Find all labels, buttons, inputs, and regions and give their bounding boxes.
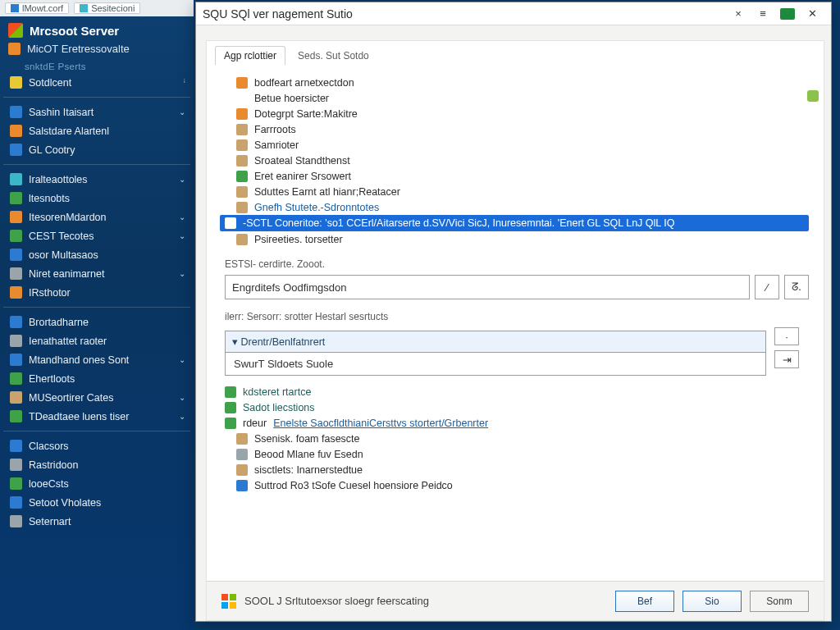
- list-item[interactable]: Dotegrpt Sarte:Makitre: [225, 106, 809, 121]
- chevron-down-icon: ⌄: [179, 212, 185, 221]
- tab-settings[interactable]: Seds. Sut Sotdo: [289, 46, 378, 65]
- list-item[interactable]: Beood Mlane fuv Esedn: [225, 446, 809, 462]
- titlebar-min-icon[interactable]: ×: [726, 5, 751, 23]
- action-link[interactable]: kdsteret rtartce: [225, 384, 809, 399]
- action-link-label: kdsteret rtartce: [243, 386, 311, 398]
- window-title: SQU SQl ver nagement Sutio: [203, 7, 353, 21]
- sidebar-item[interactable]: ltesnobts: [0, 189, 194, 208]
- sidebar-item[interactable]: GL Cootry: [0, 140, 194, 159]
- list-item-label: Suttrod Ro3 tSofe Cuesel hoensiore Peidc…: [254, 480, 453, 491]
- sidebar-item-label: ltesnobts: [29, 193, 70, 204]
- item-icon: [236, 77, 248, 89]
- deep-link-row[interactable]: rdeur Enelste SaocfldthianiCersttvs stor…: [225, 415, 809, 431]
- sidebar-item[interactable]: Setoot Vholates: [0, 493, 194, 512]
- sidebar-item[interactable]: Clacsors: [0, 436, 194, 455]
- pill-icon: [11, 4, 19, 12]
- list-item[interactable]: Suttrod Ro3 tSofe Cuesel hoensiore Peidc…: [225, 477, 809, 493]
- close-icon[interactable]: ✕: [800, 5, 824, 23]
- list-item[interactable]: Betue hoersicter: [225, 90, 809, 106]
- sidebar-item[interactable]: Seternart: [0, 512, 194, 531]
- list-item[interactable]: Farrroots: [225, 121, 809, 137]
- caret-icon: ⁱ: [184, 78, 185, 87]
- list-action-2[interactable]: ⇥: [774, 350, 799, 368]
- sidebar-item-icon: [10, 335, 22, 347]
- sidebar-item[interactable]: Mtandhand ones Sont ⌄: [0, 350, 194, 369]
- list-item-label: bodfeart arnetxectdon: [254, 77, 354, 89]
- sidebar-item-icon: [10, 410, 22, 422]
- edit-button[interactable]: ∕: [755, 275, 779, 299]
- sidebar-item[interactable]: Brortadharne: [0, 313, 194, 331]
- sidebar-item[interactable]: Iralteaottoles ⌄: [0, 170, 194, 189]
- sidebar-item-label: ItesorenMdardon: [29, 212, 107, 223]
- list-item[interactable]: Psireeties. torsetter: [225, 231, 809, 247]
- item-icon: [236, 171, 248, 182]
- tab-app[interactable]: Agp rclottier: [215, 46, 285, 65]
- deep-link-text[interactable]: Enelste SaocfldthianiCersttvs stortert/G…: [273, 418, 488, 429]
- sidebar-item-icon: [10, 316, 22, 328]
- next-button[interactable]: Sio: [682, 591, 742, 612]
- cancel-button[interactable]: Sonm: [750, 591, 809, 612]
- os-pill-left[interactable]: lMowt.corf: [5, 2, 69, 14]
- os-pill-right[interactable]: Sesitecioni: [74, 2, 140, 14]
- list-header[interactable]: ▾ Drentr/Benlfatnrert: [225, 331, 766, 353]
- sidebar-item-label: Seternart: [29, 516, 71, 527]
- list-header-marker: ▾: [232, 336, 240, 348]
- sidebar-separator: [3, 97, 190, 98]
- item-icon: [236, 464, 248, 476]
- list-item[interactable]: Samrioter: [225, 137, 809, 153]
- item-icon: [236, 449, 248, 460]
- selected-connection-row[interactable]: -SCTL Coneritoe: 'so1 CCErl/Aitarserte d…: [220, 215, 809, 231]
- list-item-label: Samrioter: [254, 139, 299, 151]
- sidebar-item[interactable]: Salstdare Alartenl: [0, 121, 194, 140]
- sidebar-item-label: Ienathattet raoter: [29, 336, 107, 347]
- back-button[interactable]: Bef: [615, 591, 674, 612]
- sidebar-separator: [3, 164, 190, 165]
- sidebar-item[interactable]: IRsthotor: [0, 283, 194, 302]
- list-item-label: Beood Mlane fuv Esedn: [254, 449, 363, 460]
- sidebar-item[interactable]: Rastridoon: [0, 455, 194, 474]
- item-icon: [236, 155, 248, 167]
- sidebar-item[interactable]: Ehertloots: [0, 369, 194, 388]
- sidebar-item[interactable]: Ienathattet raoter: [0, 331, 194, 350]
- list-item[interactable]: Gnefh Stutete.-Sdronntotes: [225, 199, 809, 215]
- list-item[interactable]: bodfeart arnetxectdon: [225, 75, 809, 90]
- sidebar-item-icon: [10, 515, 22, 527]
- list-item[interactable]: Eret eanirer Srsowert: [225, 168, 809, 184]
- sidebar-item[interactable]: CEST Tecotes ⌄: [0, 226, 194, 245]
- os-top-strip: lMowt.corf Sesitecioni: [0, 0, 194, 16]
- config-textbox[interactable]: Engrditefs Oodfimgsdon: [225, 275, 750, 299]
- list-item[interactable]: Sduttes Earnt atl hianr;Reatacer: [225, 184, 809, 199]
- footer-text: SOOL J Srltutoexsor sloegr feerscating: [244, 595, 607, 607]
- sidebar-item-icon: [10, 391, 22, 404]
- selected-row-text: -SCTL Coneritoe: 'so1 CCErl/Aitarserte d…: [243, 217, 675, 229]
- sidebar-item-solution[interactable]: Sotdlcent ⁱ: [0, 73, 194, 92]
- list-item[interactable]: sisctlets: Inarnerstedtue: [225, 462, 809, 477]
- sidebar-item-icon: [10, 354, 22, 366]
- sidebar-item[interactable]: looeCsts: [0, 474, 194, 493]
- pill-icon: [80, 4, 88, 12]
- list-item[interactable]: Ssenisk. foam fasescte: [225, 431, 809, 446]
- sidebar-item-icon: [10, 173, 22, 185]
- svg-rect-0: [221, 594, 228, 600]
- chevron-down-icon: ⌄: [179, 107, 185, 116]
- dialog-window: SQU SQl ver nagement Sutio × ≡ ✕ Agp rcl…: [195, 2, 832, 622]
- item-icon: [236, 93, 248, 104]
- sidebar-item[interactable]: Niret eanimarnet ⌄: [0, 264, 194, 283]
- titlebar-menu-icon[interactable]: ≡: [751, 5, 775, 23]
- svg-rect-3: [230, 602, 236, 609]
- chevron-down-icon: ⌄: [179, 175, 185, 184]
- sidebar-item[interactable]: TDeadtaee luens tiser ⌄: [0, 407, 194, 426]
- sidebar-item[interactable]: osor Multasaos: [0, 245, 194, 264]
- browse-button[interactable]: ᘔ.: [784, 275, 809, 299]
- dialog-page: bodfeart arnetxectdon Betue hoersicter D…: [207, 65, 824, 581]
- sidebar-dim-label: snktdE Pserts: [0, 60, 194, 73]
- sidebar-item[interactable]: ItesorenMdardon ⌄: [0, 208, 194, 226]
- sidebar-item[interactable]: Sashin Itaisart ⌄: [0, 103, 194, 121]
- action-link[interactable]: Sadot liecstions: [225, 399, 809, 415]
- sidebar-item[interactable]: MUSeortirer Cates ⌄: [0, 388, 194, 407]
- titlebar: SQU SQl ver nagement Sutio × ≡ ✕: [196, 2, 831, 25]
- list-action-1[interactable]: ·: [774, 327, 799, 345]
- list-row[interactable]: SwurT Sldoets Suole: [225, 353, 766, 376]
- list-item[interactable]: Sroateal Standthenst: [225, 153, 809, 168]
- action-link-label: Sadot liecstions: [243, 402, 315, 413]
